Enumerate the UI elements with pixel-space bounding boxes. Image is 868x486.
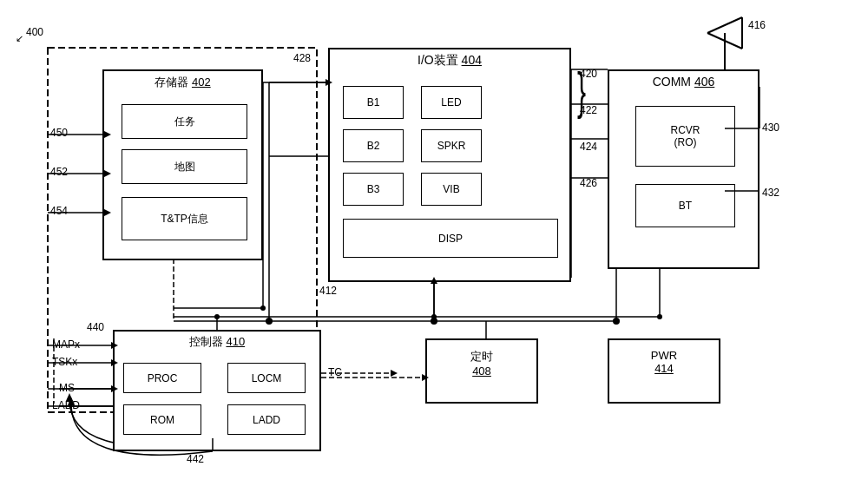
io-block: I/O装置 404 B1 LED B2 SPKR B3 VIB DISP	[328, 48, 571, 282]
comm-block: COMM 406 RCVR(RO) BT	[608, 69, 760, 269]
io-ref: 404	[462, 53, 482, 67]
antenna-icon	[699, 16, 751, 63]
ref-412: 412	[319, 285, 337, 297]
io-spkr: SPKR	[421, 129, 482, 162]
ref-426: 426	[580, 177, 597, 189]
ctrl-locm: LOCM	[227, 363, 306, 393]
io-vib: VIB	[421, 173, 482, 206]
memory-item-2: 地图	[122, 149, 247, 184]
diagram: 400 ↙ 存储器 402 任务 地图 T&TP信息 450 452 454 I…	[0, 0, 868, 486]
io-title: I/O装置 404	[330, 49, 569, 72]
io-led: LED	[421, 86, 482, 119]
timer-ref: 408	[472, 364, 491, 378]
ref-424: 424	[580, 141, 597, 153]
svg-marker-20	[391, 370, 398, 377]
pwr-title: PWR414	[609, 340, 719, 377]
memory-ref: 402	[192, 76, 211, 89]
ctrl-rom: ROM	[123, 404, 201, 435]
pwr-block: PWR414	[608, 338, 720, 404]
pwr-ref: 414	[654, 362, 674, 375]
tc-label: TC	[328, 366, 342, 378]
controller-block: 控制器 410 PROC LOCM ROM LADD	[113, 330, 321, 451]
comm-rcvr: RCVR(RO)	[635, 106, 735, 167]
ref-440: 440	[87, 321, 104, 333]
io-disp: DISP	[343, 219, 558, 258]
memory-title: 存储器 402	[104, 71, 261, 94]
input-tskx: TSKx	[52, 356, 77, 368]
io-b3: B3	[343, 173, 404, 206]
io-brace: }	[577, 65, 586, 117]
svg-point-57	[214, 314, 220, 319]
ref-416: 416	[748, 19, 766, 31]
ref-452: 452	[50, 166, 68, 178]
comm-title: COMM 406	[609, 71, 758, 92]
ref-454: 454	[50, 205, 68, 217]
ref-430: 430	[762, 122, 779, 134]
memory-item-1: 任务	[122, 104, 247, 139]
controller-ref: 410	[226, 335, 245, 348]
comm-bt: BT	[635, 184, 735, 227]
ref-428: 428	[293, 52, 311, 64]
svg-point-16	[613, 318, 620, 325]
memory-block: 存储器 402 任务 地图 T&TP信息	[102, 69, 263, 260]
timer-title: 定时408	[427, 340, 536, 379]
memory-item-3: T&TP信息	[122, 197, 247, 240]
svg-point-64	[260, 305, 266, 311]
input-ladd: LADD	[52, 399, 80, 411]
io-b2: B2	[343, 129, 404, 162]
controller-title: 控制器 410	[115, 332, 319, 352]
svg-point-14	[431, 318, 437, 325]
svg-point-11	[266, 318, 273, 325]
ctrl-proc: PROC	[123, 363, 201, 393]
ctrl-ladd: LADD	[227, 404, 306, 435]
ref-450: 450	[50, 127, 68, 139]
io-b1: B1	[343, 86, 404, 119]
ref-442: 442	[187, 453, 204, 465]
input-ms: MS	[59, 382, 75, 394]
timer-block: 定时408	[425, 338, 538, 404]
input-mapx: MAPx	[52, 338, 80, 351]
ref-432: 432	[762, 187, 779, 199]
svg-point-60	[431, 314, 437, 319]
svg-point-62	[657, 314, 662, 319]
ref-400-arrow: ↙	[16, 33, 23, 44]
ref-400: 400	[26, 26, 43, 38]
svg-line-32	[707, 17, 742, 33]
comm-ref: 406	[694, 75, 714, 89]
